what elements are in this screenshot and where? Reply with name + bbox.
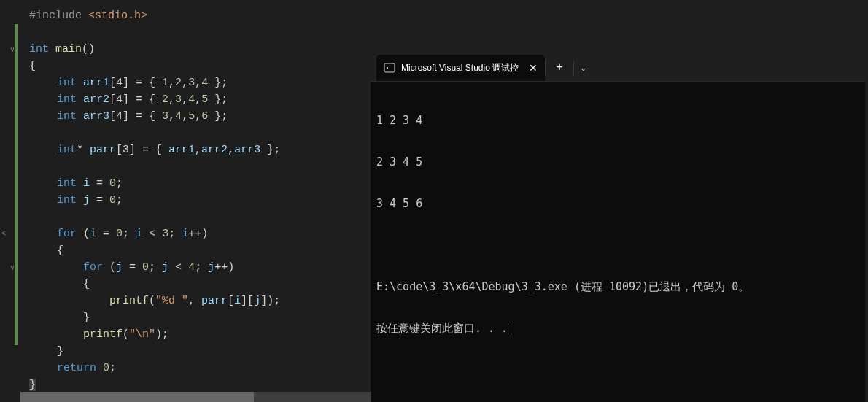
- code-line[interactable]: int j = 0;: [0, 192, 379, 209]
- code-line[interactable]: }: [0, 343, 379, 360]
- close-icon[interactable]: ✕: [524, 62, 538, 74]
- code-line[interactable]: ∨ for (j = 0; j < 4; j++): [0, 259, 379, 276]
- output-line: 2 3 4 5: [376, 155, 859, 169]
- terminal-output[interactable]: 1 2 3 4 2 3 4 5 3 4 5 6 E:\code\3_3\x64\…: [371, 82, 865, 368]
- scrollbar-thumb[interactable]: [20, 392, 254, 402]
- output-line: [376, 239, 859, 252]
- code-line[interactable]: {: [0, 58, 379, 74]
- output-line: E:\code\3_3\x64\Debug\3_3.exe (进程 10092)…: [376, 280, 859, 294]
- terminal-titlebar[interactable]: Microsoft Visual Studio 调试控 ✕ + ⌄: [371, 54, 865, 82]
- code-line[interactable]: }: [0, 309, 379, 326]
- code-line-empty[interactable]: [0, 209, 379, 225]
- output-line: 按任意键关闭此窗口. . .: [376, 322, 859, 336]
- terminal-tab[interactable]: Microsoft Visual Studio 调试控 ✕: [376, 55, 545, 81]
- code-line[interactable]: < for (i = 0; i < 3; i++): [0, 225, 379, 242]
- new-tab-button[interactable]: +: [546, 55, 573, 81]
- code-line[interactable]: {: [0, 276, 379, 293]
- fold-chevron-icon[interactable]: ∨: [10, 263, 18, 272]
- code-line[interactable]: }: [0, 376, 379, 393]
- code-line[interactable]: int arr2[4] = { 2,3,4,5 };: [0, 91, 379, 108]
- fold-chevron-icon[interactable]: ∨: [10, 45, 18, 54]
- code-line[interactable]: ∨ int main(): [0, 41, 379, 58]
- code-line[interactable]: printf("%d ", parr[i][j]);: [0, 293, 379, 309]
- output-line: 1 2 3 4: [376, 114, 859, 128]
- code-editor[interactable]: #include <stdio.h> ∨ int main() { int ar…: [0, 0, 379, 402]
- fold-chevron-icon[interactable]: <: [1, 230, 9, 238]
- terminal-app-icon: [384, 62, 395, 74]
- code-line[interactable]: int i = 0;: [0, 175, 379, 192]
- tab-dropdown-icon[interactable]: ⌄: [574, 55, 593, 81]
- code-line[interactable]: printf("\n");: [0, 326, 379, 343]
- code-line[interactable]: int arr1[4] = { 1,2,3,4 };: [0, 74, 379, 91]
- svg-rect-0: [384, 63, 395, 72]
- terminal-window: Microsoft Visual Studio 调试控 ✕ + ⌄ 1 2 3 …: [371, 54, 865, 402]
- code-line[interactable]: int arr3[4] = { 3,4,5,6 };: [0, 108, 379, 125]
- code-line[interactable]: #include <stdio.h>: [0, 7, 379, 24]
- cursor: [508, 323, 508, 335]
- code-line[interactable]: {: [0, 242, 379, 259]
- tab-title: Microsoft Visual Studio 调试控: [401, 62, 519, 74]
- output-line: 3 4 5 6: [376, 197, 859, 211]
- code-line[interactable]: int* parr[3] = { arr1,arr2,arr3 };: [0, 142, 379, 158]
- code-line-empty[interactable]: [0, 125, 379, 142]
- code-line-empty[interactable]: [0, 24, 379, 41]
- code-line[interactable]: return 0;: [0, 360, 379, 376]
- code-line-empty[interactable]: [0, 158, 379, 175]
